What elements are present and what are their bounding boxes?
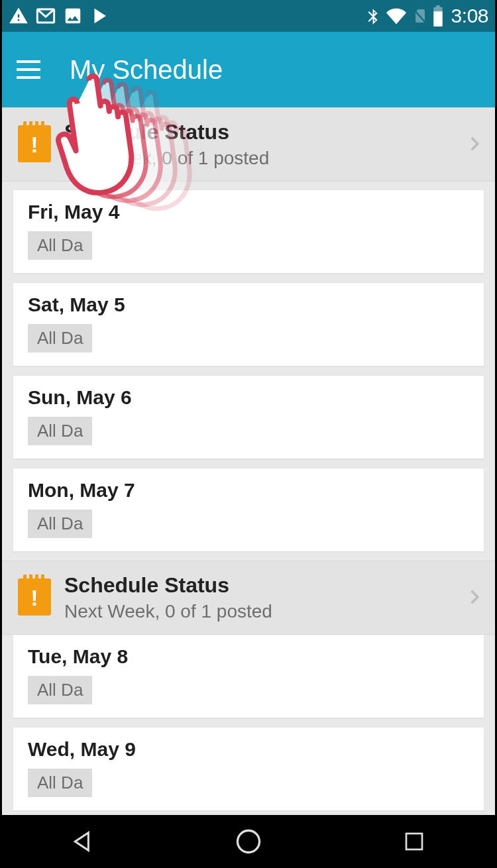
schedule-status-row[interactable]: Schedule Status This Week, 0 of 1 posted [2, 107, 495, 182]
calendar-alert-icon [18, 125, 51, 162]
sim-disabled-icon [412, 6, 427, 26]
status-subtitle: This Week, 0 of 1 posted [64, 148, 451, 169]
day-date: Sun, May 6 [28, 386, 469, 409]
statusbar-left-icons [9, 5, 109, 27]
device-frame: { "statusbar": { "time": "3:08", "icons_… [0, 0, 497, 868]
wifi-icon [385, 6, 408, 26]
warning-icon [9, 6, 28, 26]
day-card[interactable]: Mon, May 7 All Da [13, 468, 484, 553]
shift-tag: All Da [28, 324, 92, 353]
recents-button[interactable] [397, 824, 431, 859]
gmail-icon [35, 5, 56, 27]
day-card[interactable]: Sun, May 6 All Da [13, 375, 484, 460]
statusbar-right-icons: 3:08 [364, 5, 488, 27]
hamburger-icon[interactable] [17, 60, 40, 79]
status-title: Schedule Status [64, 572, 451, 598]
shift-tag: All Da [28, 231, 92, 260]
clock-text: 3:08 [451, 5, 488, 27]
chevron-right-icon [465, 135, 483, 153]
shift-tag: All Da [28, 510, 92, 538]
chevron-right-icon [465, 588, 483, 606]
day-card[interactable]: Sat, May 5 All Da [13, 282, 484, 367]
day-date: Sat, May 5 [28, 294, 469, 316]
image-icon [63, 6, 83, 26]
status-bar: 3:08 [2, 0, 495, 32]
day-date: Tue, May 8 [28, 645, 469, 668]
svg-rect-3 [406, 834, 422, 849]
back-button[interactable] [66, 824, 100, 859]
shift-tag: All Da [28, 417, 92, 445]
screen: 3:08 My Schedule Schedule Status This We… [2, 0, 495, 815]
play-store-icon [89, 6, 109, 26]
day-date: Mon, May 7 [28, 479, 469, 502]
bluetooth-icon [364, 6, 381, 26]
day-list: Tue, May 8 All Da Wed, May 9 All Da Thu,… [2, 635, 495, 815]
page-title: My Schedule [70, 55, 223, 85]
day-card[interactable]: Wed, May 9 All Da [13, 727, 484, 812]
system-nav-bar [0, 815, 497, 868]
day-list: Fri, May 4 All Da Sat, May 5 All Da Sun,… [2, 190, 495, 553]
day-card[interactable]: Fri, May 4 All Da [13, 190, 484, 274]
status-subtitle: Next Week, 0 of 1 posted [64, 601, 451, 622]
schedule-status-row[interactable]: Schedule Status Next Week, 0 of 1 posted [2, 561, 495, 635]
day-card[interactable]: Tue, May 8 All Da [13, 635, 484, 719]
day-date: Fri, May 4 [28, 201, 469, 223]
status-title: Schedule Status [64, 119, 451, 145]
calendar-alert-icon [18, 578, 51, 616]
home-button[interactable] [231, 824, 266, 859]
svg-point-2 [238, 831, 260, 853]
content-scroll[interactable]: Schedule Status This Week, 0 of 1 posted… [2, 107, 495, 815]
battery-icon [431, 5, 445, 27]
day-date: Wed, May 9 [28, 738, 469, 761]
shift-tag: All Da [28, 769, 92, 797]
app-bar: My Schedule [2, 32, 495, 107]
shift-tag: All Da [28, 676, 92, 704]
